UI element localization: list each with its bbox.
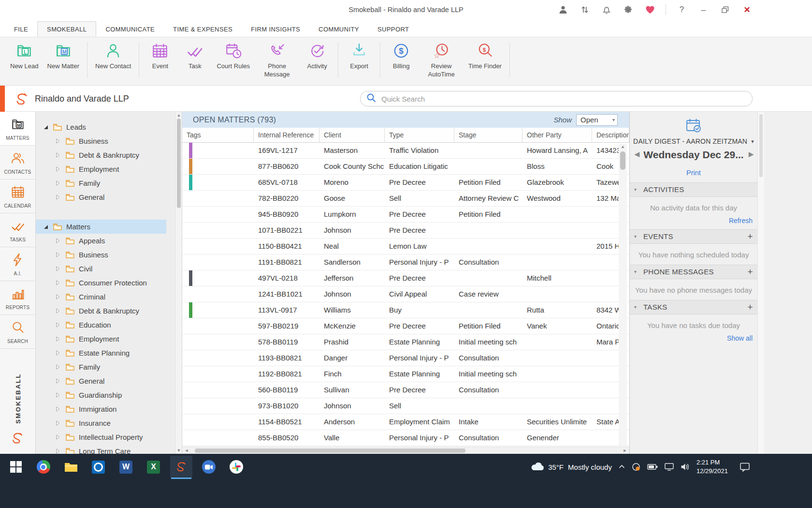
tab-smokeball[interactable]: SMOKEBALL <box>37 21 96 37</box>
collapsed-chevron-icon[interactable] <box>56 279 62 287</box>
scroll-right-arrow[interactable]: ► <box>621 447 629 454</box>
table-row[interactable]: 1241-BB1021 Johnson Civil Appeal Case re… <box>182 286 629 302</box>
tab-support[interactable]: SUPPORT <box>368 22 418 37</box>
minimize-button[interactable]: – <box>693 0 714 19</box>
expanded-triangle-icon[interactable] <box>44 223 49 231</box>
column-header[interactable]: Internal Reference <box>254 128 319 143</box>
new-lead-button[interactable]: L New Lead <box>6 37 43 71</box>
sidebar-item-matters[interactable]: M MATTERS <box>0 112 35 146</box>
time-finder-button[interactable]: $ Time Finder <box>464 37 506 71</box>
tree-item[interactable]: Estate Planning <box>36 346 182 360</box>
activity-button[interactable]: Activity <box>300 37 334 71</box>
collapsed-chevron-icon[interactable] <box>56 321 62 329</box>
task-button[interactable]: Task <box>177 37 212 71</box>
export-button[interactable]: Export <box>342 37 377 71</box>
scroll-up-arrow[interactable]: ▲ <box>176 113 181 118</box>
tree-scrollbar[interactable]: ▲ ▼ <box>175 112 182 454</box>
tree-item[interactable]: Debt & Bankruptcy <box>36 148 182 162</box>
digest-title-row[interactable]: DAILY DIGEST - AARON ZEITZMAN ▾ <box>630 137 757 145</box>
column-header[interactable]: Client <box>319 128 385 143</box>
add-task-button[interactable]: + <box>748 300 753 314</box>
section-phone-messages[interactable]: ▾ PHONE MESSAGES + <box>630 265 757 279</box>
sidebar-item-contacts[interactable]: CONTACTS <box>0 146 35 179</box>
column-header[interactable]: Tags <box>182 128 254 143</box>
collapsed-chevron-icon[interactable] <box>56 251 62 259</box>
tree-item[interactable]: Family <box>36 176 182 190</box>
settings-gear-icon[interactable] <box>617 0 639 19</box>
tab-firm-insights[interactable]: FIRM INSIGHTS <box>242 22 309 37</box>
column-header[interactable]: Type <box>385 128 454 143</box>
table-row[interactable]: 1192-BB0821 Finch Estate Planning Initia… <box>182 366 629 382</box>
weather-widget[interactable]: 35°F Mostly cloudy <box>531 462 612 473</box>
restore-button[interactable] <box>714 0 736 19</box>
table-horizontal-scrollbar[interactable]: ◄ ► <box>182 447 629 454</box>
video-meeting-icon[interactable] <box>198 456 220 478</box>
new-contact-button[interactable]: New Contact <box>91 37 135 71</box>
scroll-up-arrow[interactable]: ▲ <box>619 144 627 149</box>
tray-expand-chevron-icon[interactable] <box>619 463 625 470</box>
previous-day-arrow[interactable]: ◀ <box>635 150 639 158</box>
outlook-icon[interactable] <box>87 456 110 478</box>
billing-button[interactable]: $ Billing <box>384 37 419 71</box>
scroll-left-arrow[interactable]: ◄ <box>183 447 190 454</box>
table-row[interactable]: 782-BB0220 Goose Sell Attorney Review C … <box>182 191 629 207</box>
table-row[interactable]: 1191-BB0821 Sandlerson Personal Injury -… <box>182 254 629 270</box>
tree-item[interactable]: Civil <box>36 262 182 276</box>
table-row[interactable]: 877-BB0620 Cook County Schc Education Li… <box>182 159 629 175</box>
smokeball-taskbar-icon[interactable] <box>170 456 192 478</box>
table-row[interactable]: 113VL-0917 Williams Buy Rutta 8342 W <box>182 302 629 318</box>
table-row[interactable]: 560-BB0119 Sullivan Pre Decree Consultat… <box>182 382 629 398</box>
scrollbar-thumb[interactable] <box>195 448 465 453</box>
network-display-icon[interactable] <box>665 463 674 471</box>
show-dropdown[interactable]: Open ▾ <box>576 114 618 126</box>
table-row[interactable]: 169VL-1217 Masterson Traffic Violation H… <box>182 143 629 159</box>
table-row[interactable]: 597-BB0219 McKenzie Pre Decree Petition … <box>182 318 629 334</box>
tab-community[interactable]: COMMUNITY <box>309 22 368 37</box>
collapsed-chevron-icon[interactable] <box>56 363 62 371</box>
table-row[interactable]: 497VL-0218 Jefferson Pre Decree Mitchell <box>182 270 629 286</box>
add-event-button[interactable]: + <box>748 230 753 243</box>
tree-group-leads[interactable]: Leads <box>36 120 182 134</box>
digest-scrollbar[interactable] <box>757 112 764 454</box>
user-account-icon[interactable] <box>552 0 574 19</box>
sidebar-item-tasks[interactable]: TASKS <box>0 213 35 247</box>
table-row[interactable]: 1193-BB0821 Danger Personal Injury - P C… <box>182 350 629 366</box>
collapsed-chevron-icon[interactable] <box>56 293 62 301</box>
tree-item[interactable]: Family <box>36 360 182 374</box>
tree-item[interactable]: Immigration <box>36 402 182 416</box>
table-row[interactable]: 973-BB1020 Johnson Sell <box>182 398 629 414</box>
collapsed-chevron-icon[interactable] <box>56 419 62 427</box>
help-button[interactable]: ? <box>671 0 693 19</box>
sync-icon[interactable] <box>574 0 595 19</box>
column-header[interactable]: Stage <box>454 128 522 143</box>
quick-search-input[interactable] <box>380 94 729 104</box>
table-row[interactable]: 855-BB0520 Valle Personal Injury - P Con… <box>182 430 629 446</box>
battery-icon[interactable] <box>647 463 658 470</box>
tab-communicate[interactable]: COMMUNICATE <box>96 22 164 37</box>
phone-message-button[interactable]: Phone Message <box>254 37 300 78</box>
action-center-icon[interactable] <box>740 462 750 472</box>
tree-item[interactable]: Insurance <box>36 416 182 430</box>
section-activities[interactable]: ▾ ACTIVITIES <box>630 182 757 197</box>
sidebar-item-calendar[interactable]: CALENDAR <box>0 179 35 213</box>
tree-item[interactable]: Guardianship <box>36 388 182 402</box>
collapsed-chevron-icon[interactable] <box>56 307 62 315</box>
new-matter-button[interactable]: M New Matter <box>43 37 84 71</box>
collapsed-chevron-icon[interactable] <box>56 237 62 245</box>
collapsed-chevron-icon[interactable] <box>56 193 62 201</box>
tree-item[interactable]: Criminal <box>36 290 182 304</box>
table-row[interactable]: 945-BB0920 Lumpkorn Pre Decree Petition … <box>182 207 629 223</box>
chrome-icon[interactable] <box>32 456 55 478</box>
taskbar-clock[interactable]: 2:21 PM 12/29/2021 <box>696 458 728 476</box>
add-phone-message-button[interactable]: + <box>748 265 753 279</box>
tree-item[interactable]: Education <box>36 318 182 332</box>
table-row[interactable]: 1071-BB0221 Johnson Pre Decree <box>182 223 629 239</box>
notifications-bell-icon[interactable] <box>595 0 617 19</box>
scrollbar-thumb[interactable] <box>177 119 181 208</box>
section-events[interactable]: ▾ EVENTS + <box>630 229 757 244</box>
review-autotime-button[interactable]: ☆ Review AutoTime <box>419 37 464 78</box>
tree-item[interactable]: Intellectual Property <box>36 430 182 444</box>
event-button[interactable]: Event <box>143 37 177 71</box>
scroll-down-arrow[interactable]: ▼ <box>176 448 181 453</box>
collapsed-chevron-icon[interactable] <box>56 151 62 159</box>
